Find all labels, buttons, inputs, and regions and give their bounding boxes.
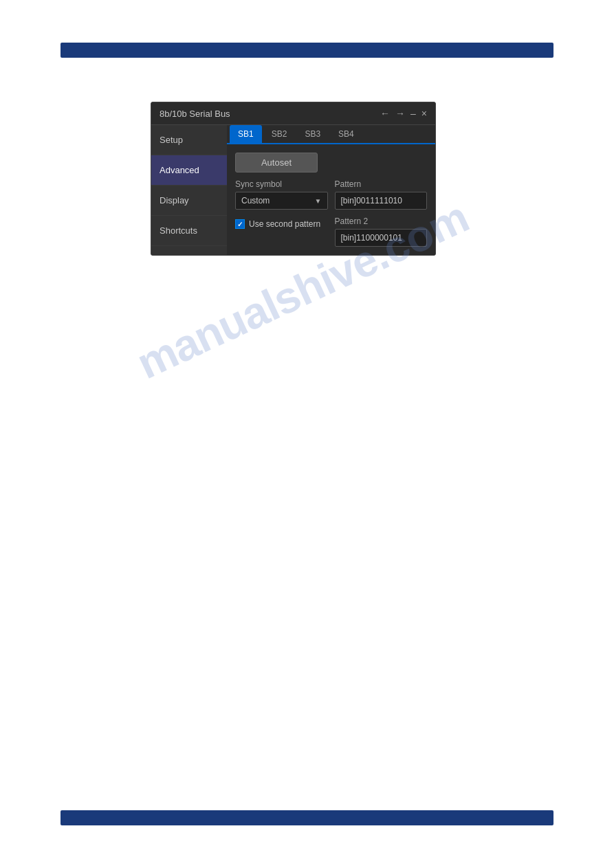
second-pattern-group: ✓ Use second pattern [235, 216, 328, 229]
tab-SB3[interactable]: SB3 [296, 125, 329, 143]
pattern-value[interactable]: [bin]0011111010 [335, 192, 428, 210]
forward-button[interactable]: → [395, 108, 405, 119]
pattern2-row: ✓ Use second pattern Pattern 2 [bin]1100… [235, 216, 427, 247]
use-second-pattern-label: Use second pattern [249, 219, 320, 229]
close-button[interactable]: × [421, 108, 427, 119]
pattern2-value[interactable]: [bin]1100000101 [335, 229, 428, 247]
sync-symbol-label: Sync symbol [235, 179, 328, 189]
dialog-title: 8b/10b Serial Bus [160, 109, 230, 119]
top-bar [61, 43, 553, 58]
pattern-label: Pattern [335, 179, 428, 189]
pattern2-label: Pattern 2 [335, 216, 428, 226]
use-second-pattern-row: ✓ Use second pattern [235, 219, 328, 229]
tab-SB2[interactable]: SB2 [263, 125, 296, 143]
main-content: SB1 SB2 SB3 SB4 Autoset [227, 125, 435, 255]
dialog-controls: ← → – × [380, 108, 427, 119]
use-second-pattern-checkbox[interactable]: ✓ [235, 219, 245, 229]
checkmark-icon: ✓ [237, 221, 243, 228]
sync-symbol-value: Custom [241, 196, 270, 205]
tab-SB1[interactable]: SB1 [230, 125, 262, 143]
back-button[interactable]: ← [380, 108, 390, 119]
sidebar-item-shortcuts[interactable]: Shortcuts [151, 216, 227, 246]
pattern2-group: Pattern 2 [bin]1100000101 [335, 216, 428, 247]
sidebar-item-display[interactable]: Display [151, 186, 227, 216]
tab-SB4[interactable]: SB4 [330, 125, 362, 143]
dialog-8b10b-serial-bus: 8b/10b Serial Bus ← → – × Setup Advanced… [151, 102, 436, 256]
minimize-button[interactable]: – [410, 108, 416, 119]
dialog-titlebar: 8b/10b Serial Bus ← → – × [151, 102, 435, 125]
sync-symbol-group: Sync symbol Custom ▼ [235, 179, 328, 210]
sidebar-item-advanced[interactable]: Advanced [151, 155, 227, 186]
sync-symbol-dropdown[interactable]: Custom ▼ [235, 192, 328, 210]
chevron-down-icon: ▼ [315, 197, 322, 205]
sidebar-item-setup[interactable]: Setup [151, 125, 227, 155]
autoset-button[interactable]: Autoset [235, 153, 318, 173]
content-area: Autoset Sync symbol Custom ▼ Pattern [227, 144, 435, 255]
bottom-bar [61, 810, 553, 825]
sync-pattern-row: Sync symbol Custom ▼ Pattern [bin]001111… [235, 179, 427, 210]
tabs: SB1 SB2 SB3 SB4 [227, 125, 435, 144]
dialog-body: Setup Advanced Display Shortcuts SB1 SB2 [151, 125, 435, 255]
sidebar: Setup Advanced Display Shortcuts [151, 125, 227, 255]
pattern-group: Pattern [bin]0011111010 [335, 179, 428, 210]
